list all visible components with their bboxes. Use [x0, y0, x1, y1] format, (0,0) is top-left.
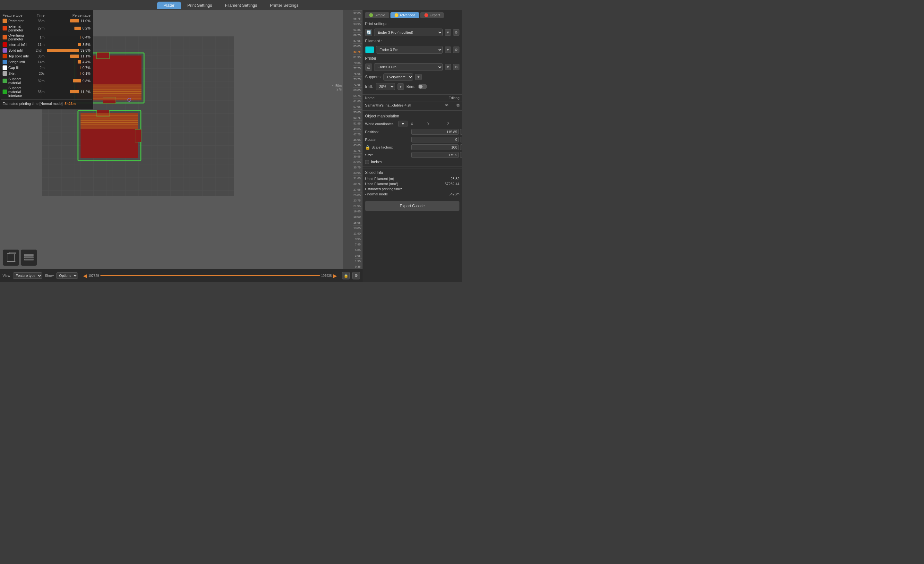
feature-bar [81, 36, 81, 39]
ruler-mark: 51.95 [353, 120, 362, 126]
feature-time: 35m [34, 18, 46, 24]
feature-pct-text: 9.8% [82, 79, 90, 83]
divider-3 [363, 166, 462, 167]
ruler-mark: 7.95 [355, 242, 362, 247]
view-select[interactable]: Feature type [13, 272, 42, 279]
ruler-mark: 33.95 [353, 170, 362, 176]
print-settings-icon: 🔄 [365, 29, 372, 36]
world-coord-dropdown[interactable]: ▼ [399, 121, 408, 127]
feature-name: Overhang perimeter [8, 33, 33, 41]
used-filament-m-row: Used Filament (m) 23.82 [365, 176, 459, 181]
size-y[interactable] [460, 152, 462, 158]
ruler-mark: 91.85 [353, 27, 362, 32]
left-panel: Feature type Time Percentage Perimeter 3… [0, 10, 93, 110]
layer-slider[interactable]: ◀ 107829 107938 ▶ [83, 273, 337, 279]
position-x[interactable] [411, 129, 459, 135]
filament-color-swatch[interactable] [365, 46, 374, 53]
tab-print-settings[interactable]: Print Settings [181, 2, 219, 9]
slider-arrow-right[interactable]: ▶ [333, 273, 337, 279]
feature-bar [73, 79, 81, 82]
printer-dropdown[interactable]: ▼ [445, 64, 451, 70]
table-row: Bridge infill 14m 4.4% [1, 59, 92, 65]
print-settings-select-row: 🔄 Ender 3 Pro (modified) ▼ ⚙ [363, 27, 462, 38]
brim-toggle[interactable] [418, 84, 427, 89]
rotate-x[interactable] [411, 136, 459, 142]
printer-icon: 🖨 [365, 63, 372, 70]
show-select[interactable]: Options [56, 272, 78, 279]
rotate-label: Rotate: [365, 138, 410, 141]
filament-label: Filament : [365, 39, 382, 43]
ruler-mark: 87.95 [353, 38, 362, 43]
mode-expert[interactable]: Expert [420, 12, 444, 18]
printer-gear[interactable]: ⚙ [453, 64, 459, 70]
coord-z-header: Z [440, 122, 456, 126]
feature-color-dot [3, 60, 7, 64]
scale-label: Scale factors: [372, 146, 393, 149]
print-settings-select[interactable]: Ender 3 Pro (modified) [374, 28, 443, 36]
name-col-header: Name [365, 96, 448, 100]
size-x[interactable] [411, 152, 459, 158]
settings-btn[interactable]: ⚙ [352, 272, 360, 279]
obj-manip-title: Object manipulation [363, 112, 462, 120]
feature-name: Support material [8, 77, 33, 85]
tab-printer-settings[interactable]: Printer Settings [263, 2, 305, 9]
object-bottom[interactable] [77, 110, 141, 161]
copy-icon[interactable]: ⧉ [456, 103, 459, 108]
svg-rect-2 [97, 52, 110, 59]
3d-view-button[interactable] [3, 249, 19, 266]
table-row: Support material interface 36m 11.2% [1, 86, 92, 98]
feature-pct: 8.2% [46, 24, 92, 33]
feature-time: 32m [34, 76, 46, 86]
print-settings-gear[interactable]: ⚙ [453, 29, 459, 36]
supports-dropdown[interactable]: ▼ [415, 74, 422, 80]
feature-pct-text: 11.2% [81, 90, 90, 94]
lock-icon[interactable]: 🔒 [365, 145, 370, 150]
feature-pct: 0.1% [46, 70, 92, 76]
layer-view-button[interactable] [21, 249, 37, 266]
scale-y[interactable] [460, 144, 462, 150]
slider-val-right: 107938 [321, 274, 332, 278]
mode-advanced[interactable]: Advanced [390, 12, 419, 18]
mode-simple[interactable]: Simple [365, 12, 389, 18]
ruler-mark: 21.95 [353, 203, 362, 208]
slider-val-left: 107829 [88, 274, 99, 278]
feature-color-dot [3, 54, 7, 58]
filament-gear[interactable]: ⚙ [453, 46, 459, 53]
export-gcode-button[interactable]: Export G-code [365, 201, 459, 211]
lock-btn[interactable]: 🔒 [342, 272, 350, 279]
printer-select[interactable]: Ender 3 Pro [374, 63, 443, 71]
supports-select[interactable]: Everywhere [383, 74, 413, 81]
feature-color-dot [3, 35, 7, 39]
print-settings-label: Print settings : [365, 21, 390, 26]
eye-icon[interactable]: 👁 [445, 103, 449, 108]
table-row: Top solid infill 36m 11.1% [1, 53, 92, 59]
ruler-mark: 5.85 [355, 247, 362, 252]
tab-filament-settings[interactable]: Filament Settings [219, 2, 263, 9]
print-settings-dropdown[interactable]: ▼ [445, 29, 451, 36]
infill-select[interactable]: 20% [376, 83, 395, 90]
inches-row: Inches [363, 159, 462, 165]
rotate-y[interactable] [460, 136, 462, 142]
feature-pct-text: 39.5% [81, 48, 90, 52]
printer-select-row: 🖨 Ender 3 Pro ▼ ⚙ [363, 62, 462, 72]
slider-arrow-left[interactable]: ◀ [83, 273, 87, 279]
scale-x[interactable] [411, 144, 459, 150]
supports-row: Supports: Everywhere ▼ [363, 72, 462, 82]
infill-dropdown[interactable]: ▼ [398, 83, 404, 90]
tab-plater[interactable]: Plater [157, 2, 181, 9]
est-print-time-label: Estimated printing time: [365, 187, 402, 191]
ruler-mark: 47.75 [353, 132, 362, 137]
inches-checkbox[interactable] [365, 160, 369, 164]
feature-pct: 11.2% [46, 86, 92, 98]
divider-1 [363, 93, 462, 93]
ruler-mark: 55.85 [353, 110, 362, 115]
filament-select[interactable]: Ender 3 Pro [376, 46, 443, 54]
slider-track[interactable] [100, 275, 320, 276]
ruler-mark: 13.85 [353, 225, 362, 231]
filament-dropdown[interactable]: ▼ [445, 46, 451, 53]
filament-label-row: Filament : [363, 38, 462, 45]
ruler-mark: 73.75 [353, 76, 362, 82]
position-y[interactable] [460, 129, 462, 135]
time-label-4h50m: 4h50m27s [332, 84, 342, 91]
feature-pct-text: 11.1% [81, 54, 90, 58]
